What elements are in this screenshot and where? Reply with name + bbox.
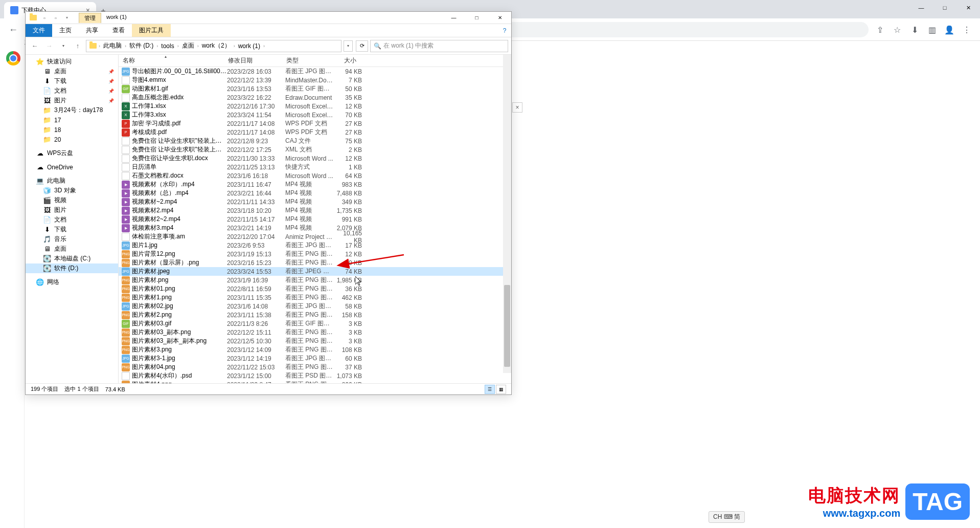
breadcrumb-segment[interactable]: 软件 (D:): [127, 41, 155, 50]
file-row[interactable]: PNG 图片素材1.png 2023/1/11 15:35 看图王 PNG 图片…: [119, 293, 511, 302]
menu-icon[interactable]: ⋮: [960, 23, 974, 37]
nav-item[interactable]: 💽软件 (D:): [26, 263, 118, 273]
file-row[interactable]: X 工作簿3.xlsx 2023/3/24 11:54 Microsoft Ex…: [119, 111, 511, 119]
column-size[interactable]: 大小: [330, 56, 361, 65]
sidepanel-icon[interactable]: ▥: [925, 23, 939, 37]
nav-up-button[interactable]: ↑: [72, 40, 84, 52]
file-row[interactable]: 体检前注意事项.am 2022/12/20 17:04 Animiz Proje…: [119, 232, 511, 241]
column-date[interactable]: 修改日期: [224, 56, 282, 65]
qat-dropdown-icon[interactable]: ▾: [62, 13, 72, 23]
breadcrumb-segment[interactable]: 此电脑: [101, 41, 124, 50]
file-row[interactable]: ▶ 视频素材3.mp4 2023/2/21 14:19 MP4 视频 2,079…: [119, 224, 511, 232]
details-view-button[interactable]: ☰: [485, 385, 495, 394]
file-row[interactable]: JPG 图片素材.jpeg 2023/3/24 15:53 看图王 JPEG 图…: [119, 267, 511, 276]
nav-item[interactable]: 🖼图片📌: [26, 96, 118, 105]
dialog-close-button[interactable]: ×: [512, 102, 522, 113]
help-icon[interactable]: ?: [498, 24, 511, 37]
file-row[interactable]: PNG 图片素材.png 2023/1/9 16:39 看图王 PNG 图片..…: [119, 276, 511, 284]
file-row[interactable]: JPG 图片1.jpg 2023/2/6 9:53 看图王 JPG 图片... …: [119, 241, 511, 250]
file-row[interactable]: ▶ 视频素材（总）.mp4 2023/2/21 16:44 MP4 视频 7,4…: [119, 189, 511, 197]
breadcrumb-dropdown[interactable]: ▾: [344, 40, 353, 52]
star-icon[interactable]: ☆: [890, 23, 904, 37]
search-input[interactable]: 🔍 在 work (1) 中搜索: [370, 40, 508, 52]
nav-item[interactable]: 📁17: [26, 115, 118, 125]
qat-icon[interactable]: ▫: [40, 13, 49, 23]
file-row[interactable]: 图片素材4(水印）.psd 2023/1/12 15:00 看图王 PSD 图片…: [119, 371, 511, 380]
ribbon-tab-share[interactable]: 共享: [79, 24, 105, 37]
file-row[interactable]: PNG 图片素材3.png 2023/1/12 14:09 看图王 PNG 图片…: [119, 345, 511, 354]
nav-item[interactable]: 📁3月24号：day178: [26, 105, 118, 115]
share-icon[interactable]: ⇪: [873, 23, 887, 37]
file-row[interactable]: ▶ 视频素材2~2.mp4 2022/11/15 14:17 MP4 视频 99…: [119, 215, 511, 224]
nav-item[interactable]: 🎵音乐: [26, 234, 118, 244]
nav-history-dropdown[interactable]: ▾: [57, 40, 70, 52]
file-row[interactable]: PNG 图片素材03_副本.png 2022/12/2 15:11 看图王 PN…: [119, 328, 511, 337]
file-row[interactable]: PNG 图片素材04.png 2022/11/22 15:03 看图王 PNG …: [119, 363, 511, 371]
nav-item[interactable]: ⭐快速访问: [26, 57, 118, 67]
chrome-app-icon[interactable]: [6, 51, 20, 65]
chrome-close-button[interactable]: ✕: [956, 0, 980, 15]
column-type[interactable]: 类型: [282, 56, 330, 65]
file-list[interactable]: JPG 导出帧图片.00_00_01_16.Still001.jpg 2023/…: [119, 67, 511, 383]
file-row[interactable]: GIF 图片素材03.gif 2022/11/3 8:26 看图王 GIF 图片…: [119, 319, 511, 328]
profile-icon[interactable]: 👤: [942, 23, 956, 37]
file-row[interactable]: 高血压概念图.eddx 2023/3/22 16:22 Edraw.Docume…: [119, 93, 511, 102]
file-row[interactable]: P 考核成绩.pdf 2022/11/17 14:08 WPS PDF 文档 2…: [119, 128, 511, 137]
scrollbar[interactable]: [503, 55, 511, 373]
nav-back-button[interactable]: ←: [29, 40, 41, 52]
nav-item[interactable]: 🌐网络: [26, 277, 118, 287]
nav-item[interactable]: 🖼图片: [26, 205, 118, 215]
file-row[interactable]: PNG 图片素材4.png 2022/11/29 8:47 看图王 PNG 图片…: [119, 380, 511, 383]
navigation-pane[interactable]: ⭐快速访问🖥桌面📌⬇下载📌📄文档📌🖼图片📌📁3月24号：day178📁17📁18…: [26, 55, 119, 383]
file-row[interactable]: PNG 图片素材（显示屏）.png 2023/2/16 15:23 看图王 PN…: [119, 258, 511, 267]
thumbnails-view-button[interactable]: ▦: [496, 385, 506, 394]
nav-item[interactable]: 📁20: [26, 135, 118, 144]
nav-item[interactable]: ☁WPS云盘: [26, 148, 118, 158]
download-icon[interactable]: ⬇: [907, 23, 922, 37]
ribbon-tab-file[interactable]: 文件: [26, 24, 52, 37]
file-row[interactable]: 石墨文档教程.docx 2023/1/6 16:18 Microsoft Wor…: [119, 171, 511, 180]
file-row[interactable]: PNG 图片素材2.png 2023/1/11 15:38 看图王 PNG 图片…: [119, 311, 511, 319]
file-row[interactable]: 免费住宿 让毕业生求职"轻装上阵".xml 2022/12/2 17:25 XM…: [119, 145, 511, 154]
close-button[interactable]: ✕: [488, 12, 511, 24]
qat-icon[interactable]: ▫: [51, 13, 60, 23]
ribbon-tab-home[interactable]: 主页: [52, 24, 79, 37]
refresh-button[interactable]: ⟳: [356, 40, 368, 52]
file-row[interactable]: ▶ 视频素材~2.mp4 2022/11/11 14:33 MP4 视频 349…: [119, 197, 511, 206]
nav-item[interactable]: 🎬视频: [26, 195, 118, 205]
file-row[interactable]: ▶ 视频素材2.mp4 2023/1/18 10:20 MP4 视频 1,735…: [119, 206, 511, 215]
file-row[interactable]: JPG 导出帧图片.00_00_01_16.Still001.jpg 2023/…: [119, 67, 511, 76]
file-row[interactable]: GIF 动图素材1.gif 2023/1/16 13:53 看图王 GIF 图片…: [119, 84, 511, 93]
breadcrumb[interactable]: › 此电脑›软件 (D:)›tools›桌面›work（2）›work (1)›: [86, 40, 341, 52]
file-row[interactable]: ▶ 视频素材（水印）.mp4 2023/1/11 16:47 MP4 视频 98…: [119, 180, 511, 189]
column-name[interactable]: 名称: [119, 56, 224, 65]
nav-forward-button[interactable]: →: [43, 40, 55, 52]
file-row[interactable]: PNG 图片素材03_副本_副本.png 2022/12/5 10:30 看图王…: [119, 337, 511, 345]
file-row[interactable]: P 加密 学习成绩.pdf 2022/11/17 14:08 WPS PDF 文…: [119, 119, 511, 128]
breadcrumb-segment[interactable]: work (1): [236, 42, 262, 50]
nav-item[interactable]: 🖥桌面📌: [26, 67, 118, 76]
nav-item[interactable]: ☁OneDrive: [26, 162, 118, 172]
nav-item[interactable]: 📄文档📌: [26, 86, 118, 96]
file-row[interactable]: JPG 图片素材02.jpg 2023/1/6 14:08 看图王 JPG 图片…: [119, 302, 511, 311]
file-row[interactable]: PNG 图片素材01.png 2022/8/11 16:59 看图王 PNG 图…: [119, 284, 511, 293]
ribbon-tab-picture-tools[interactable]: 图片工具: [132, 24, 171, 37]
file-row[interactable]: 免费住宿让毕业生求职.docx 2022/11/30 13:33 Microso…: [119, 154, 511, 163]
nav-item[interactable]: ⬇下载: [26, 225, 118, 234]
file-row[interactable]: X 工作簿1.xlsx 2022/12/16 17:30 Microsoft E…: [119, 102, 511, 111]
breadcrumb-segment[interactable]: work（2）: [200, 41, 233, 50]
nav-item[interactable]: 💽本地磁盘 (C:): [26, 254, 118, 263]
file-row[interactable]: PNG 图片背景12.png 2023/1/19 15:13 看图王 PNG 图…: [119, 250, 511, 258]
ribbon-tab-view[interactable]: 查看: [105, 24, 132, 37]
nav-item[interactable]: ⬇下载📌: [26, 76, 118, 86]
breadcrumb-segment[interactable]: tools: [159, 42, 176, 50]
scrollbar-thumb[interactable]: [504, 285, 510, 367]
nav-item[interactable]: 📄文档: [26, 215, 118, 225]
chrome-minimize-button[interactable]: —: [909, 0, 933, 15]
file-row[interactable]: 免费住宿 让毕业生求职"轻装上阵".caj 2022/12/8 9:23 CAJ…: [119, 137, 511, 145]
nav-item[interactable]: 📁18: [26, 125, 118, 135]
back-button[interactable]: ←: [6, 23, 20, 37]
nav-item[interactable]: 🧊3D 对象: [26, 186, 118, 195]
file-row[interactable]: 导图4.emmx 2022/12/2 13:39 MindMaster.Doc.…: [119, 76, 511, 84]
maximize-button[interactable]: □: [465, 12, 488, 24]
